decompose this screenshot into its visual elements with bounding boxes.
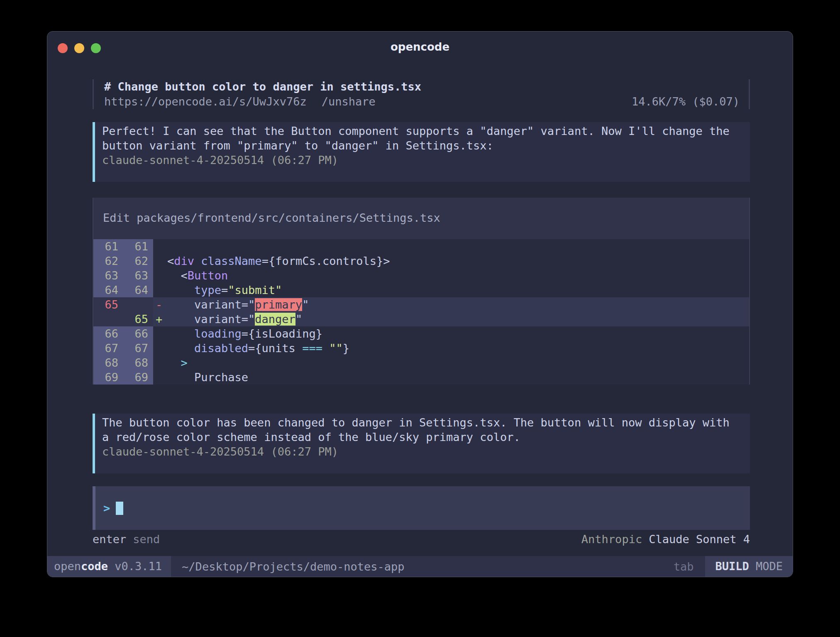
diff-row-added: 65 + variant="danger" — [93, 312, 749, 326]
diff-marker-minus: - — [153, 297, 167, 312]
new-line-number: 61 — [123, 239, 153, 254]
new-line-number — [123, 297, 153, 312]
app-window: opencode # Change button color to danger… — [47, 31, 793, 577]
message-line: The button color has been changed to dan… — [102, 415, 750, 430]
diff-row: 64 64 type="submit" — [93, 283, 749, 297]
diff-row: 62 62 <div className={formCs.controls}> — [93, 254, 749, 268]
code-line: variant="primary" — [167, 297, 309, 312]
diff-row: 61 61 — [93, 239, 749, 254]
diff-row: 68 68 > — [93, 355, 749, 370]
message-line: Perfect! I can see that the Button compo… — [102, 124, 750, 138]
tab-key-hint[interactable]: tab — [674, 560, 694, 573]
deleted-token: primary — [255, 298, 302, 311]
session-header: # Change button color to danger in setti… — [93, 79, 750, 109]
diff-marker — [153, 268, 167, 283]
diff-marker — [153, 341, 167, 355]
diff-row: 66 66 loading={isLoading} — [93, 326, 749, 341]
app-version-chip: opencode v0.3.11 — [47, 556, 171, 577]
hint-bar: entersend AnthropicClaude Sonnet 4 — [93, 532, 750, 546]
enter-key-hint: enter — [93, 533, 126, 546]
new-line-number: 66 — [123, 326, 153, 341]
titlebar: opencode — [47, 32, 793, 61]
new-line-number: 62 — [123, 254, 153, 268]
edit-tool-title: Edit packages/frontend/src/containers/Se… — [93, 198, 749, 239]
code-line: disabled={units === ""} — [167, 341, 349, 355]
model-timestamp: claude-sonnet-4-20250514 (06:27 PM) — [102, 444, 750, 459]
text-cursor — [116, 502, 123, 515]
message-line: button variant from "primary" to "danger… — [102, 138, 750, 153]
diff-marker — [153, 370, 167, 385]
diff-row-deleted: 65 - variant="primary" — [93, 297, 749, 312]
send-action-hint: send — [133, 533, 160, 546]
code-line: Purchase — [167, 370, 248, 385]
new-line-number: 69 — [123, 370, 153, 385]
new-line-number: 67 — [123, 341, 153, 355]
old-line-number: 67 — [93, 341, 123, 355]
diff-marker — [153, 239, 167, 254]
provider-label[interactable]: Anthropic — [581, 533, 642, 546]
status-bar: opencode v0.3.11 ~/Desktop/Projects/demo… — [47, 556, 793, 577]
model-label[interactable]: Claude Sonnet 4 — [649, 533, 750, 546]
token-usage: 14.6K/7% ($0.07) — [632, 94, 740, 109]
diff-marker — [153, 355, 167, 370]
code-line: type="submit" — [167, 283, 282, 297]
old-line-number: 66 — [93, 326, 123, 341]
code-line: loading={isLoading} — [167, 326, 322, 341]
session-title: # Change button color to danger in setti… — [104, 79, 749, 94]
code-line: <Button — [167, 268, 228, 283]
new-line-number: 68 — [123, 355, 153, 370]
added-token: danger — [255, 313, 295, 326]
diff-marker — [153, 326, 167, 341]
new-line-number: 63 — [123, 268, 153, 283]
code-line: > — [167, 355, 188, 370]
diff-row: 67 67 disabled={units === ""} — [93, 341, 749, 355]
old-line-number: 63 — [93, 268, 123, 283]
model-timestamp: claude-sonnet-4-20250514 (06:27 PM) — [102, 153, 750, 167]
diff-marker — [153, 254, 167, 268]
old-line-number — [93, 312, 123, 326]
old-line-number: 64 — [93, 283, 123, 297]
new-line-number: 64 — [123, 283, 153, 297]
old-line-number: 69 — [93, 370, 123, 385]
share-url[interactable]: https://opencode.ai/s/UwJxv76z — [104, 95, 307, 108]
edit-tool-panel: Edit packages/frontend/src/containers/Se… — [93, 198, 750, 385]
assistant-message: The button color has been changed to dan… — [93, 414, 750, 473]
code-line: variant="danger" — [167, 312, 302, 326]
diff-row: 63 63 <Button — [93, 268, 749, 283]
old-line-number: 62 — [93, 254, 123, 268]
working-directory: ~/Desktop/Projects/demo-notes-app — [182, 560, 404, 573]
old-line-number: 65 — [93, 297, 123, 312]
message-line: a red/rose color scheme instead of the b… — [102, 430, 750, 444]
mode-chip[interactable]: BUILD MODE — [705, 556, 793, 577]
old-line-number: 61 — [93, 239, 123, 254]
prompt-input[interactable]: > — [93, 486, 750, 530]
window-title: opencode — [47, 32, 793, 61]
diff-marker-plus: + — [153, 312, 167, 326]
code-line: <div className={formCs.controls}> — [167, 254, 390, 268]
prompt-symbol: > — [103, 502, 110, 514]
new-line-number: 65 — [123, 312, 153, 326]
diff-row: 69 69 Purchase — [93, 370, 749, 385]
diff-marker — [153, 283, 167, 297]
assistant-message: Perfect! I can see that the Button compo… — [93, 122, 750, 182]
unshare-command[interactable]: /unshare — [322, 95, 376, 108]
old-line-number: 68 — [93, 355, 123, 370]
